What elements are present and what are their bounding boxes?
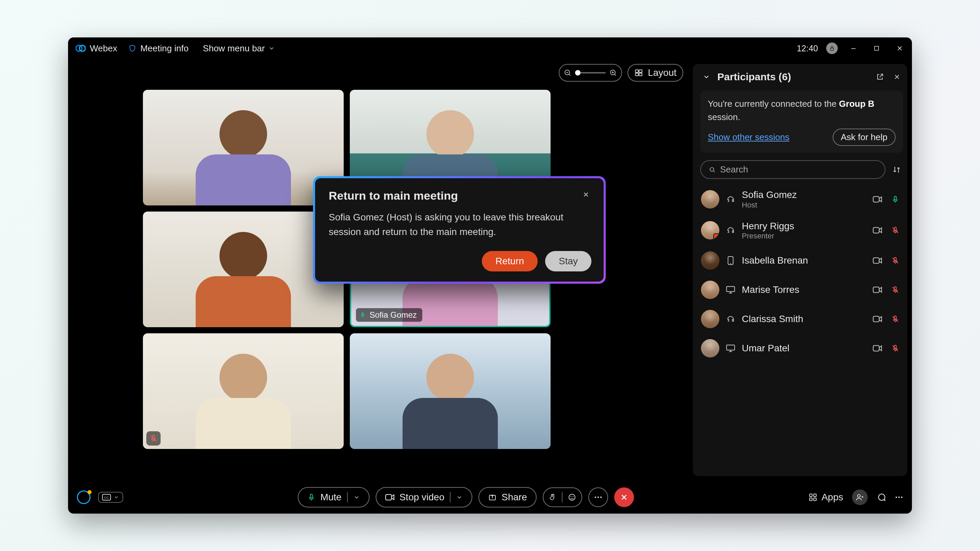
video-tile[interactable]	[143, 333, 344, 449]
participant-info: Marise Torres	[742, 284, 799, 295]
clock: 12:40	[797, 43, 818, 53]
reactions-button[interactable]	[543, 487, 582, 507]
assistant-icon[interactable]	[77, 491, 91, 504]
app-window: Webex Meeting info Show menu bar 12:40	[68, 37, 912, 514]
sort-participants-button[interactable]	[890, 163, 903, 176]
svg-rect-13	[873, 197, 879, 202]
bottom-bar: CC Mute Stop video Share	[68, 481, 912, 514]
svg-rect-6	[635, 70, 638, 73]
meeting-info-button[interactable]: Meeting info	[129, 43, 189, 54]
svg-point-45	[896, 497, 897, 498]
zoom-slider[interactable]	[575, 72, 606, 73]
chevron-down-icon	[114, 495, 119, 500]
mic-status-icon[interactable]	[889, 226, 901, 235]
participant-info: Sofia GomezHost	[742, 189, 797, 210]
participant-name: Sofia Gomez	[742, 189, 797, 201]
search-placeholder: Search	[720, 164, 748, 175]
mic-status-icon[interactable]	[889, 195, 901, 204]
participant-row[interactable]: Henry RiggsPresenter	[700, 215, 903, 246]
layout-icon	[634, 68, 643, 77]
participant-row[interactable]: Isabella Brenan	[700, 246, 903, 275]
mic-status-icon[interactable]	[889, 344, 901, 353]
participant-search-input[interactable]: Search	[700, 160, 885, 179]
camera-status-icon[interactable]	[872, 345, 883, 352]
share-label: Share	[501, 492, 527, 503]
raise-hand-icon	[549, 493, 556, 502]
search-icon	[708, 166, 716, 173]
svg-point-39	[600, 497, 601, 498]
participant-row[interactable]: Sofia GomezHost	[700, 184, 903, 215]
mute-button[interactable]: Mute	[298, 487, 369, 508]
camera-status-icon[interactable]	[872, 315, 883, 323]
share-icon	[488, 493, 497, 501]
participant-row[interactable]: Umar Patel	[700, 333, 903, 363]
camera-icon	[385, 494, 395, 501]
chevron-down-icon[interactable]	[456, 494, 463, 501]
shield-icon	[129, 44, 137, 52]
cc-icon: CC	[102, 494, 111, 501]
chevron-down-icon	[268, 45, 275, 52]
stop-video-button[interactable]: Stop video	[375, 487, 472, 508]
titlebar: Webex Meeting info Show menu bar 12:40	[68, 37, 912, 59]
participants-panel: Participants (6) You're currently connec…	[693, 64, 907, 476]
modal-close-button[interactable]	[581, 189, 592, 200]
zoom-control[interactable]	[559, 64, 622, 82]
modal-body: Sofia Gomez (Host) is asking you to leav…	[329, 210, 592, 240]
video-tile[interactable]	[350, 333, 550, 449]
zoom-out-icon[interactable]	[563, 69, 572, 77]
mic-status-icon[interactable]	[889, 314, 901, 324]
notice-session-name: Group B	[839, 98, 875, 109]
leave-meeting-button[interactable]	[614, 487, 634, 507]
participant-info: Umar Patel	[742, 343, 789, 354]
show-other-sessions-link[interactable]: Show other sessions	[708, 130, 789, 144]
svg-text:CC: CC	[104, 495, 109, 499]
captions-button[interactable]: CC	[98, 492, 123, 503]
chat-toggle-button[interactable]	[877, 492, 886, 502]
chevron-down-icon[interactable]	[353, 494, 360, 501]
layout-button[interactable]: Layout	[627, 64, 683, 82]
lock-icon[interactable]	[826, 43, 838, 54]
modal-return-button[interactable]: Return	[482, 251, 538, 272]
show-menubar-button[interactable]: Show menu bar	[203, 43, 275, 54]
more-options-button[interactable]	[588, 487, 608, 507]
svg-rect-8	[635, 73, 638, 76]
mic-icon	[307, 493, 315, 502]
modal-stay-button[interactable]: Stay	[545, 251, 592, 272]
participant-row[interactable]: Clarissa Smith	[700, 305, 903, 333]
share-button[interactable]: Share	[479, 487, 537, 508]
svg-point-47	[901, 497, 902, 498]
svg-rect-32	[385, 495, 392, 500]
svg-rect-26	[727, 345, 735, 350]
svg-rect-31	[310, 494, 312, 498]
popout-icon[interactable]	[874, 71, 886, 83]
camera-status-icon[interactable]	[872, 195, 883, 203]
svg-rect-7	[639, 70, 642, 73]
window-minimize-button[interactable]	[846, 41, 861, 56]
zoom-in-icon[interactable]	[609, 69, 617, 77]
collapse-panel-button[interactable]	[700, 71, 713, 83]
participants-toggle-button[interactable]	[852, 489, 868, 505]
svg-rect-41	[814, 494, 816, 497]
camera-status-icon[interactable]	[872, 257, 883, 264]
svg-rect-22	[873, 287, 879, 292]
mic-status-icon[interactable]	[889, 256, 901, 265]
participant-row[interactable]: Marise Torres	[700, 275, 903, 305]
webex-logo-icon	[76, 43, 86, 53]
emoji-icon	[568, 493, 576, 501]
speaker-name-badge: Sofia Gomez	[356, 308, 422, 322]
svg-rect-19	[873, 258, 879, 263]
window-maximize-button[interactable]	[869, 41, 884, 56]
panel-more-button[interactable]	[895, 496, 903, 499]
speaker-name: Sofia Gomez	[369, 310, 417, 320]
ask-for-help-button[interactable]: Ask for help	[833, 129, 896, 146]
stop-video-label: Stop video	[399, 492, 444, 503]
camera-status-icon[interactable]	[872, 286, 883, 294]
avatar	[701, 310, 719, 328]
apps-button[interactable]: Apps	[808, 492, 843, 503]
close-panel-button[interactable]	[891, 71, 903, 83]
svg-rect-9	[639, 73, 642, 76]
window-close-button[interactable]	[892, 41, 907, 56]
mic-status-icon[interactable]	[889, 285, 901, 294]
svg-rect-15	[873, 227, 879, 233]
camera-status-icon[interactable]	[872, 227, 883, 234]
